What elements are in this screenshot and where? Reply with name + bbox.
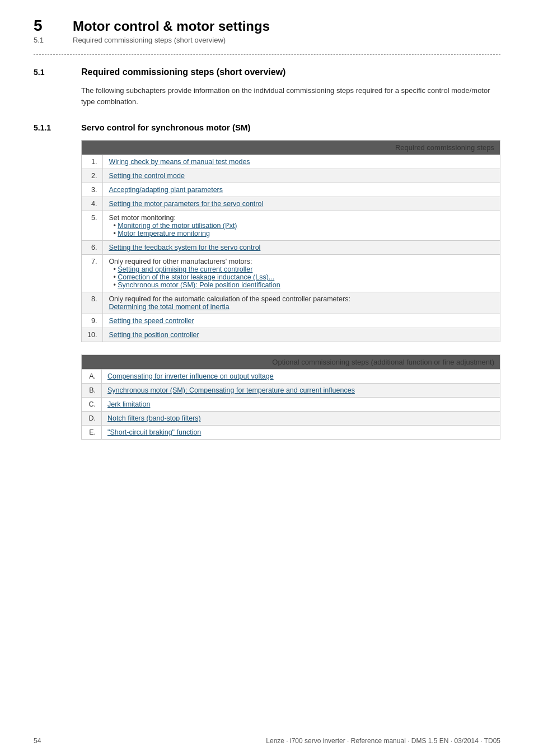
subchapter-title: Required commissioning steps (short over… bbox=[73, 36, 226, 44]
row-content: Setting the speed controller bbox=[103, 314, 500, 328]
page-footer: 54 Lenze · i700 servo inverter · Referen… bbox=[0, 737, 534, 745]
row-content: Setting the position controller bbox=[103, 328, 500, 342]
table-row: 1. Wiring check by means of manual test … bbox=[82, 155, 500, 169]
row-content: Notch filters (band-stop filters) bbox=[102, 412, 500, 426]
required-commissioning-table-container: Required commissioning steps 1. Wiring c… bbox=[81, 140, 500, 342]
link-feedback-system[interactable]: Setting the feedback system for the serv… bbox=[109, 244, 260, 251]
bullet-item: • Synchronous motor (SM): Pole position … bbox=[113, 281, 494, 289]
link-short-circuit-braking[interactable]: "Short-circuit braking" function bbox=[107, 428, 201, 436]
row-content: Compensating for inverter influence on o… bbox=[102, 370, 500, 384]
page-header: 5 Motor control & motor settings 5.1 Req… bbox=[34, 17, 500, 44]
table-row: 6. Setting the feedback system for the s… bbox=[82, 241, 500, 255]
link-motor-utilisation[interactable]: Monitoring of the motor utilisation (I²x… bbox=[118, 222, 237, 230]
required-table-header: Required commissioning steps bbox=[82, 141, 500, 155]
row-content: Setting the control mode bbox=[103, 169, 500, 183]
link-temp-current-influences[interactable]: Synchronous motor (SM): Compensating for… bbox=[107, 386, 355, 394]
section-5-1-heading: 5.1 Required commissioning steps (short … bbox=[34, 67, 500, 77]
table-row: A. Compensating for inverter influence o… bbox=[82, 370, 500, 384]
row-num: D. bbox=[82, 412, 102, 426]
section-5-1-1-num: 5.1.1 bbox=[34, 123, 64, 132]
row-num: 7. bbox=[82, 255, 103, 292]
row-num: 4. bbox=[82, 197, 103, 211]
table-row: C. Jerk limitation bbox=[82, 398, 500, 412]
chapter-title-row: 5 Motor control & motor settings bbox=[34, 17, 500, 35]
table-row: 10. Setting the position controller bbox=[82, 328, 500, 342]
link-position-controller[interactable]: Setting the position controller bbox=[109, 331, 199, 339]
section-divider bbox=[34, 54, 500, 55]
table-row: D. Notch filters (band-stop filters) bbox=[82, 412, 500, 426]
row-num: 8. bbox=[82, 292, 103, 314]
row-label: Set motor monitoring: bbox=[109, 214, 176, 222]
bullet-item: • Correction of the stator leakage induc… bbox=[113, 273, 494, 281]
row-label: Only required for other manufacturers' m… bbox=[109, 258, 252, 265]
table-row: 4. Setting the motor parameters for the … bbox=[82, 197, 500, 211]
section-5-1-1-title: Servo control for synchronous motor (SM) bbox=[81, 123, 251, 132]
row-num: C. bbox=[82, 398, 102, 412]
optional-commissioning-table-container: Optional commissioning steps (additional… bbox=[81, 354, 500, 440]
link-pole-position[interactable]: Synchronous motor (SM): Pole position id… bbox=[118, 281, 280, 289]
optional-table-header: Optional commissioning steps (additional… bbox=[82, 355, 500, 370]
link-jerk-limitation[interactable]: Jerk limitation bbox=[107, 400, 150, 408]
row-num: 5. bbox=[82, 211, 103, 241]
row-num: 3. bbox=[82, 183, 103, 197]
section-5-1-num: 5.1 bbox=[34, 68, 64, 77]
row-content: Synchronous motor (SM): Compensating for… bbox=[102, 384, 500, 398]
chapter-number: 5 bbox=[34, 17, 56, 35]
link-notch-filters[interactable]: Notch filters (band-stop filters) bbox=[107, 414, 201, 422]
required-commissioning-table: Required commissioning steps 1. Wiring c… bbox=[81, 140, 500, 342]
link-inverter-influence[interactable]: Compensating for inverter influence on o… bbox=[107, 372, 274, 380]
table-row: 7. Only required for other manufacturers… bbox=[82, 255, 500, 292]
table-row: 3. Accepting/adapting plant parameters bbox=[82, 183, 500, 197]
row-content: Jerk limitation bbox=[102, 398, 500, 412]
table-row: 5. Set motor monitoring: • Monitoring of… bbox=[82, 211, 500, 241]
row-content: Set motor monitoring: • Monitoring of th… bbox=[103, 211, 500, 241]
row-num: 1. bbox=[82, 155, 103, 169]
link-motor-temp[interactable]: Motor temperature monitoring bbox=[118, 230, 210, 237]
footer-text: Lenze · i700 servo inverter · Reference … bbox=[266, 737, 500, 745]
link-stator-leakage[interactable]: Correction of the stator leakage inducta… bbox=[118, 273, 274, 281]
section-5-1-title: Required commissioning steps (short over… bbox=[81, 67, 285, 77]
link-control-mode[interactable]: Setting the control mode bbox=[109, 172, 185, 180]
table-row: 8. Only required for the automatic calcu… bbox=[82, 292, 500, 314]
section-5-1-paragraph: The following subchapters provide inform… bbox=[81, 85, 500, 107]
row-num: A. bbox=[82, 370, 102, 384]
optional-table-header-label: Optional commissioning steps (additional… bbox=[82, 355, 500, 370]
row-num: 2. bbox=[82, 169, 103, 183]
row-content: Accepting/adapting plant parameters bbox=[103, 183, 500, 197]
row-content: Wiring check by means of manual test mod… bbox=[103, 155, 500, 169]
chapter-title: Motor control & motor settings bbox=[73, 18, 270, 34]
table-row: E. "Short-circuit braking" function bbox=[82, 426, 500, 440]
row-content: Only required for other manufacturers' m… bbox=[103, 255, 500, 292]
required-table-header-label: Required commissioning steps bbox=[82, 141, 500, 155]
subchapter-row: 5.1 Required commissioning steps (short … bbox=[34, 36, 500, 44]
section-5-1-body: The following subchapters provide inform… bbox=[81, 85, 500, 107]
row-content: Only required for the automatic calculat… bbox=[103, 292, 500, 314]
row-label: Only required for the automatic calculat… bbox=[109, 295, 350, 303]
row-num: 10. bbox=[82, 328, 103, 342]
row-num: E. bbox=[82, 426, 102, 440]
link-wiring-check[interactable]: Wiring check by means of manual test mod… bbox=[109, 158, 250, 166]
bullet-item: • Monitoring of the motor utilisation (I… bbox=[113, 222, 494, 230]
row-num: 9. bbox=[82, 314, 103, 328]
row-content: "Short-circuit braking" function bbox=[102, 426, 500, 440]
link-moment-of-inertia[interactable]: Determining the total moment of inertia bbox=[109, 303, 229, 311]
table-row: B. Synchronous motor (SM): Compensating … bbox=[82, 384, 500, 398]
page-number: 54 bbox=[34, 737, 41, 745]
table-row: 9. Setting the speed controller bbox=[82, 314, 500, 328]
bullet-item: • Motor temperature monitoring bbox=[113, 230, 494, 237]
row-content: Setting the feedback system for the serv… bbox=[103, 241, 500, 255]
optional-commissioning-table: Optional commissioning steps (additional… bbox=[81, 354, 500, 440]
bullet-item: • Setting and optimising the current con… bbox=[113, 265, 494, 273]
link-current-controller[interactable]: Setting and optimising the current contr… bbox=[118, 265, 252, 273]
link-speed-controller[interactable]: Setting the speed controller bbox=[109, 317, 194, 325]
row-num: B. bbox=[82, 384, 102, 398]
link-motor-parameters[interactable]: Setting the motor parameters for the ser… bbox=[109, 200, 263, 208]
section-5-1-1-heading: 5.1.1 Servo control for synchronous moto… bbox=[34, 123, 500, 132]
row-num: 6. bbox=[82, 241, 103, 255]
link-plant-parameters[interactable]: Accepting/adapting plant parameters bbox=[109, 186, 223, 194]
table-row: 2. Setting the control mode bbox=[82, 169, 500, 183]
row-content: Setting the motor parameters for the ser… bbox=[103, 197, 500, 211]
subchapter-number: 5.1 bbox=[34, 36, 56, 44]
